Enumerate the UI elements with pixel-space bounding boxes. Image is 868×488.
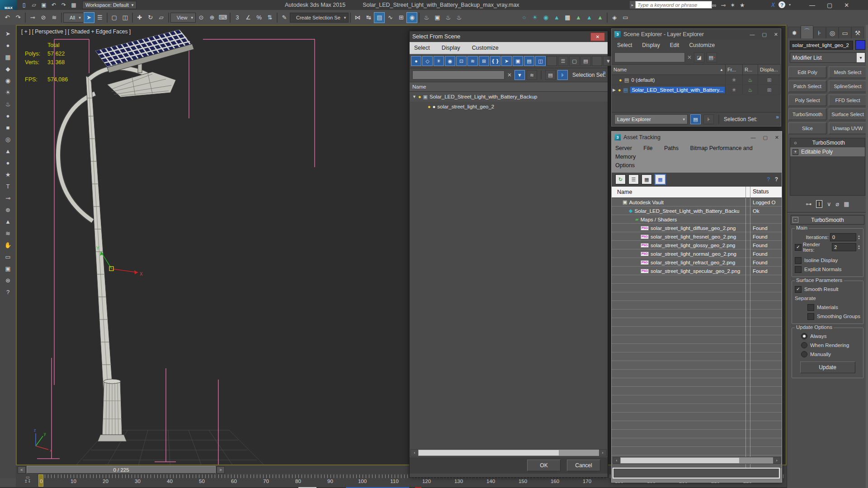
select-and-manipulate-icon[interactable]: ⊕ xyxy=(207,12,217,23)
edit-named-selection-sets-icon[interactable]: ✎ xyxy=(279,12,290,23)
asset-row[interactable]: solar_street_light_glossy_geo_2.png Foun… xyxy=(612,241,782,249)
collapse-icon[interactable]: ▼ xyxy=(412,94,416,99)
render-setup-icon[interactable]: ♨ xyxy=(421,12,432,23)
cancel-button[interactable]: Cancel xyxy=(567,460,600,471)
select-object-icon[interactable]: ➤ xyxy=(84,12,94,23)
separator[interactable] xyxy=(107,13,108,23)
modifier-button[interactable]: FFD Select xyxy=(829,94,867,106)
display-details-button[interactable]: ▤ xyxy=(580,56,591,66)
open-file-icon[interactable]: ▱ xyxy=(29,1,39,9)
new-scene-icon[interactable]: ▯ xyxy=(19,1,29,9)
modifier-button[interactable]: Edit Poly xyxy=(788,66,826,78)
object-color-swatch[interactable] xyxy=(855,40,865,50)
visibility-bulb-icon[interactable]: ● xyxy=(418,94,421,99)
monitor-icon[interactable]: ▭ xyxy=(3,252,14,262)
grid-helper-icon[interactable]: ▦ xyxy=(3,52,14,62)
geosphere-icon[interactable]: ● xyxy=(3,111,14,121)
toggle-layer-explorer-icon[interactable]: ▤ xyxy=(374,12,385,23)
display-column-header[interactable]: Displa... xyxy=(758,65,781,75)
menu-bitmap-performance[interactable]: Bitmap Performance and Memory xyxy=(615,145,753,160)
menu-server[interactable]: Server xyxy=(615,145,632,151)
display-monitor-icon[interactable]: ▭ xyxy=(620,12,631,23)
render-iters-checkbox[interactable]: ✓ xyxy=(795,244,802,251)
separator[interactable] xyxy=(168,13,169,23)
minimize-icon[interactable]: — xyxy=(750,32,755,38)
configure-stack-icon[interactable]: ▦ xyxy=(844,201,849,207)
search-communication-icon[interactable]: ∞ xyxy=(712,2,716,9)
bones-icon[interactable]: ⊸ xyxy=(3,193,14,203)
asset-row[interactable]: solar_street_light_specular_geo_2.png Fo… xyxy=(612,267,782,275)
close-icon[interactable]: ✕ xyxy=(775,135,779,141)
select-and-scale-icon[interactable]: ▱ xyxy=(156,12,167,23)
keyword-search-input[interactable] xyxy=(635,1,712,9)
restore-button[interactable]: ▢ xyxy=(827,2,832,9)
light-icon[interactable]: ☀ xyxy=(3,87,14,98)
scroll-right-icon[interactable]: › xyxy=(599,450,606,456)
workspace-dropdown[interactable]: Workspace: Default▾ xyxy=(82,1,137,9)
minimize-icon[interactable]: — xyxy=(750,135,755,141)
asset-row[interactable]: solar_street_light_refract_geo_2.png Fou… xyxy=(612,258,782,267)
filter-xrefs-button[interactable]: ❴❵ xyxy=(490,56,500,66)
render-column-header[interactable]: R... xyxy=(743,65,758,75)
scroll-right-icon[interactable]: › xyxy=(773,457,780,464)
separator[interactable] xyxy=(61,13,62,23)
display-layers-button[interactable]: ▤ xyxy=(545,70,556,80)
pin-stack-icon[interactable]: ⊶ xyxy=(806,201,811,207)
previous-frame-button[interactable]: < xyxy=(18,466,26,474)
clear-search-icon[interactable]: ✕ xyxy=(687,54,692,61)
tree-view-icon[interactable]: ▦ xyxy=(642,174,652,184)
separator[interactable] xyxy=(419,13,420,23)
asset-row[interactable]: solar_street_light_diffuse_geo_2.png Fou… xyxy=(612,224,782,232)
materials-checkbox[interactable] xyxy=(807,304,814,311)
iterations-spinner[interactable]: ▲▼ xyxy=(858,235,860,240)
communication-center-icon[interactable]: ✶ xyxy=(730,2,735,9)
unlink-selection-icon[interactable]: ⊘ xyxy=(38,12,49,23)
tab-utilities[interactable]: ⚒ xyxy=(851,27,864,38)
biped-icon[interactable]: ⊕ xyxy=(3,205,14,215)
explorer-search-input[interactable] xyxy=(614,52,685,62)
status-column-header[interactable]: Status xyxy=(753,188,769,195)
close-button[interactable]: ✕ xyxy=(844,2,849,9)
render-iters-field[interactable]: 2 xyxy=(832,243,856,251)
next-frame-button[interactable]: > xyxy=(217,466,225,474)
select-by-name-icon[interactable]: ☰ xyxy=(94,12,105,23)
align-icon[interactable]: ↹ xyxy=(363,12,374,23)
update-button[interactable]: Update xyxy=(800,361,855,373)
save-file-icon[interactable]: ▣ xyxy=(39,1,49,9)
separator[interactable] xyxy=(350,13,351,23)
create-light-icon[interactable]: ○ xyxy=(519,12,529,23)
keyboard-shortcut-override-icon[interactable]: ⌨ xyxy=(217,12,228,23)
favorites-star-icon[interactable]: ★ xyxy=(740,2,745,9)
modifier-button[interactable]: Poly Select xyxy=(788,94,826,106)
select-tool-icon[interactable]: ➤ xyxy=(3,28,14,39)
bulb-icon[interactable]: ○ xyxy=(794,140,797,145)
close-icon[interactable]: ✕ xyxy=(590,33,605,41)
separator[interactable] xyxy=(25,13,26,23)
project-folder-icon[interactable]: ▦ xyxy=(69,1,79,9)
filter-groups-button[interactable]: ⊞ xyxy=(479,56,489,66)
scatter-foliage-icon[interactable]: ▲ xyxy=(584,12,594,23)
selection-filter-dropdown[interactable]: All xyxy=(63,13,84,23)
expand-toolbar-icon[interactable]: » xyxy=(776,114,779,120)
help-icon[interactable]: ? xyxy=(778,1,785,8)
gizmo-icon[interactable]: ◆ xyxy=(3,64,14,74)
percent-snap-icon[interactable]: % xyxy=(254,12,264,23)
modifier-button[interactable]: Mesh Select xyxy=(829,66,867,78)
select-and-move-icon[interactable]: ✚ xyxy=(134,12,145,23)
isoline-display-checkbox[interactable] xyxy=(795,257,802,264)
show-filtered-toggle[interactable]: ▼ xyxy=(514,70,525,80)
angle-snap-icon[interactable]: ∠ xyxy=(243,12,254,23)
menu-paths[interactable]: Paths xyxy=(664,145,679,151)
box-primitive-icon[interactable]: ■ xyxy=(3,122,14,133)
panel-scrollbar[interactable] xyxy=(866,25,868,488)
maximize-icon[interactable]: ▢ xyxy=(762,32,766,38)
display-box-icon[interactable]: ⊞ xyxy=(767,77,772,83)
bind-to-space-warp-icon[interactable]: ≋ xyxy=(49,12,60,23)
freeze-snowflake-icon[interactable]: ✳ xyxy=(732,87,736,93)
layer-row-selected[interactable]: ▶ ● ▤ Solar_LED_Street_Light_with_Batter… xyxy=(612,85,781,95)
horizontal-scrollbar[interactable]: ‹ › xyxy=(613,457,781,464)
render-iterative-icon[interactable]: ♨ xyxy=(453,12,464,23)
filter-geometry-button[interactable]: ● xyxy=(411,56,421,66)
object-name-field[interactable]: solar_street_light_geo_2 xyxy=(790,41,853,50)
snaps-toggle-icon[interactable]: 3 xyxy=(232,12,243,23)
